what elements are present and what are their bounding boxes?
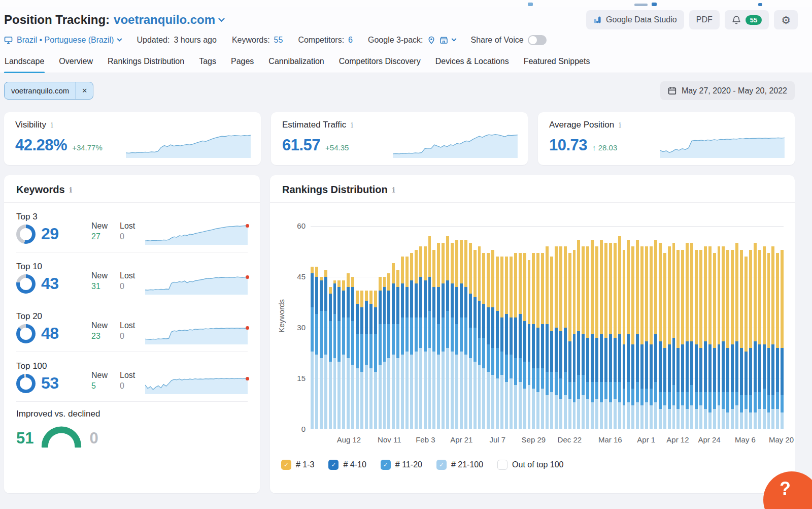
info-icon[interactable]: i [70, 185, 73, 195]
stacked-bar[interactable] [428, 226, 431, 429]
tab-landscape[interactable]: Landscape [4, 52, 45, 73]
stacked-bar[interactable] [767, 226, 770, 429]
stacked-bar[interactable] [387, 226, 390, 429]
stacked-bar[interactable] [640, 226, 644, 429]
stacked-bar[interactable] [505, 226, 508, 429]
stacked-bar[interactable] [410, 226, 413, 429]
stacked-bar[interactable] [758, 226, 761, 429]
stacked-bar[interactable] [614, 226, 617, 429]
legend-item--1-3[interactable]: ✓# 1-3 [281, 460, 314, 470]
close-icon[interactable]: ✕ [76, 82, 93, 99]
stacked-bar[interactable] [722, 226, 725, 429]
stacked-bar[interactable] [415, 226, 418, 429]
stacked-bar[interactable] [573, 226, 576, 429]
stacked-bar[interactable] [333, 226, 336, 429]
stacked-bar[interactable] [424, 226, 427, 429]
stacked-bar[interactable] [419, 226, 422, 429]
stacked-bar[interactable] [523, 226, 526, 429]
stacked-bar[interactable] [623, 226, 626, 429]
stacked-bar[interactable] [686, 226, 689, 429]
stacked-bar[interactable] [676, 226, 680, 429]
stacked-bar[interactable] [320, 226, 323, 429]
stacked-bar[interactable] [771, 226, 774, 429]
legend-item--11-20[interactable]: ✓# 11-20 [381, 460, 422, 470]
stacked-bar[interactable] [315, 226, 318, 429]
stacked-bar[interactable] [324, 226, 327, 429]
stacked-bar[interactable] [401, 226, 404, 429]
stacked-bar[interactable] [482, 226, 485, 429]
stacked-bar[interactable] [731, 226, 734, 429]
keywords-count-value[interactable]: 55 [274, 36, 283, 45]
stacked-bar[interactable] [654, 226, 657, 429]
stacked-bar[interactable] [496, 226, 499, 429]
stacked-bar[interactable] [514, 226, 517, 429]
stacked-bar[interactable] [636, 226, 639, 429]
stacked-bar[interactable] [564, 226, 567, 429]
project-domain-dropdown[interactable]: voetranquilo.com [114, 13, 215, 27]
stacked-bar-plot[interactable] [311, 226, 784, 429]
stacked-bar[interactable] [699, 226, 702, 429]
competitors-count-value[interactable]: 6 [348, 36, 353, 45]
stacked-bar[interactable] [609, 226, 612, 429]
stacked-bar[interactable] [392, 226, 395, 429]
tab-pages[interactable]: Pages [230, 52, 254, 73]
stacked-bar[interactable] [546, 226, 549, 429]
stacked-bar[interactable] [650, 226, 653, 429]
stacked-bar[interactable] [745, 226, 748, 429]
stacked-bar[interactable] [437, 226, 440, 429]
notifications-button[interactable]: 55 [725, 10, 769, 29]
legend-item--4-10[interactable]: ✓# 4-10 [328, 460, 366, 470]
tab-competitors-discovery[interactable]: Competitors Discovery [339, 52, 421, 73]
stacked-bar[interactable] [491, 226, 494, 429]
stacked-bar[interactable] [473, 226, 477, 429]
stacked-bar[interactable] [460, 226, 463, 429]
tab-rankings-distribution[interactable]: Rankings Distribution [107, 52, 185, 73]
stacked-bar[interactable] [600, 226, 603, 429]
stacked-bar[interactable] [708, 226, 712, 429]
stacked-bar[interactable] [776, 226, 779, 429]
stacked-bar[interactable] [541, 226, 544, 429]
stacked-bar[interactable] [347, 226, 350, 429]
stacked-bar[interactable] [695, 226, 698, 429]
stacked-bar[interactable] [668, 226, 671, 429]
stacked-bar[interactable] [469, 226, 472, 429]
stacked-bar[interactable] [536, 226, 539, 429]
stacked-bar[interactable] [672, 226, 675, 429]
stacked-bar[interactable] [442, 226, 445, 429]
stacked-bar[interactable] [500, 226, 503, 429]
stacked-bar[interactable] [704, 226, 707, 429]
chevron-down-icon[interactable] [218, 15, 225, 22]
share-of-voice-toggle[interactable] [528, 35, 547, 45]
stacked-bar[interactable] [631, 226, 634, 429]
stacked-bar[interactable] [356, 226, 359, 429]
stacked-bar[interactable] [559, 226, 562, 429]
stacked-bar[interactable] [478, 226, 481, 429]
stacked-bar[interactable] [735, 226, 738, 429]
stacked-bar[interactable] [740, 226, 743, 429]
stacked-bar[interactable] [528, 226, 531, 429]
stacked-bar[interactable] [781, 226, 784, 429]
stacked-bar[interactable] [464, 226, 467, 429]
stacked-bar[interactable] [451, 226, 454, 429]
location-selector[interactable]: Brazil • Portuguese (Brazil) [4, 36, 121, 45]
stacked-bar[interactable] [432, 226, 435, 429]
stacked-bar[interactable] [532, 226, 535, 429]
stacked-bar[interactable] [754, 226, 757, 429]
stacked-bar[interactable] [342, 226, 345, 429]
stacked-bar[interactable] [586, 226, 589, 429]
pdf-button[interactable]: PDF [689, 10, 720, 29]
stacked-bar[interactable] [455, 226, 458, 429]
tab-cannibalization[interactable]: Cannibalization [268, 52, 324, 73]
stacked-bar[interactable] [659, 226, 662, 429]
stacked-bar[interactable] [519, 226, 522, 429]
tab-devices-locations[interactable]: Devices & Locations [435, 52, 510, 73]
stacked-bar[interactable] [582, 226, 585, 429]
stacked-bar[interactable] [550, 226, 553, 429]
settings-button[interactable]: ⚙ [774, 10, 798, 29]
stacked-bar[interactable] [487, 226, 490, 429]
stacked-bar[interactable] [749, 226, 752, 429]
stacked-bar[interactable] [360, 226, 363, 429]
stacked-bar[interactable] [726, 226, 729, 429]
info-icon[interactable]: i [51, 120, 53, 130]
stacked-bar[interactable] [713, 226, 716, 429]
